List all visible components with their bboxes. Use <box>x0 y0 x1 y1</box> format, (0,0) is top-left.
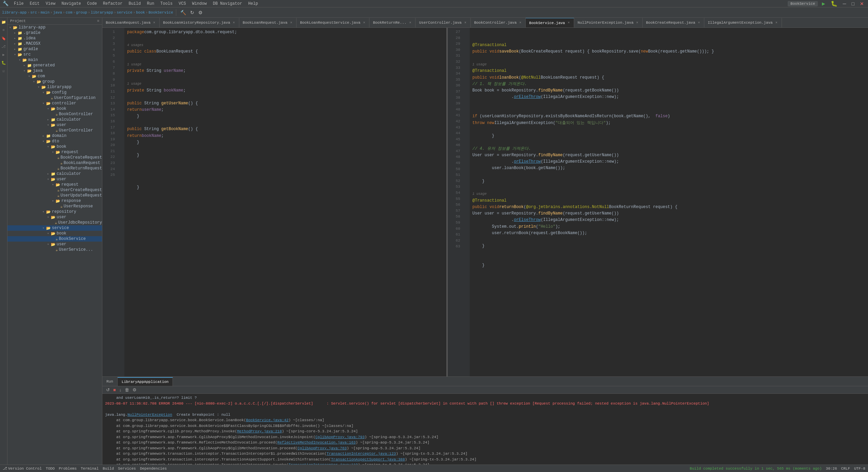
bookmark-icon[interactable]: 🔖 <box>1 35 7 41</box>
breadcrumb-part-4[interactable]: com <box>66 11 73 15</box>
breadcrumb-part-3[interactable]: java <box>53 11 62 15</box>
tab-close-icon[interactable]: × <box>362 21 366 25</box>
tree-item-user[interactable]: ▾📂user <box>7 242 102 247</box>
tab-BookReturnRe---[interactable]: BookReturnRe...× <box>369 18 416 27</box>
menu-view[interactable]: View <box>43 1 58 7</box>
tree-item-book[interactable]: ▾📂book <box>7 144 102 149</box>
source-link[interactable]: TransactionInterceptor.java:123 <box>327 452 396 456</box>
menu-tools[interactable]: Tools <box>158 1 175 7</box>
tab-BookCreateRequest-java[interactable]: BookCreateRequest.java× <box>643 18 704 27</box>
tree-item-libraryapp[interactable]: ▾📂libraryapp <box>7 84 102 90</box>
tree-item-bookloanrequest[interactable]: ☕BookLoanRequest <box>7 160 102 166</box>
tree-item-bookservice[interactable]: ☕BookService <box>7 236 102 242</box>
source-link[interactable]: BookService.java:42 <box>246 418 288 422</box>
source-link[interactable]: TransactionAspectSupport.java:388 <box>331 457 405 461</box>
close-button[interactable]: ✕ <box>859 0 865 7</box>
menu-navigate[interactable]: Navigate <box>59 1 84 7</box>
services-status[interactable]: Services <box>118 467 136 471</box>
tab-close-icon[interactable]: × <box>697 21 701 25</box>
source-link[interactable]: MethodProxy.java:218 <box>237 429 282 433</box>
tree-item-group[interactable]: ▾📂group <box>7 79 102 84</box>
tree-item-controller[interactable]: ▾📂controller <box>7 101 102 106</box>
tab-BookService-java[interactable]: BookService.java× <box>526 18 574 27</box>
tab-close-icon[interactable]: × <box>567 21 570 25</box>
tree-item-request[interactable]: ▾📂request <box>7 149 102 155</box>
tree-item-com[interactable]: ▾📂com <box>7 74 102 79</box>
source-link[interactable]: ReflectiveMethodInvocation.java:163 <box>277 440 356 445</box>
todo-icon[interactable]: ☑ <box>1 68 7 74</box>
tab-close-icon[interactable]: × <box>464 21 467 25</box>
menu-refactor[interactable]: Refactor <box>100 1 125 7</box>
todo-status[interactable]: TODO <box>46 467 55 471</box>
maximize-button[interactable]: □ <box>850 0 856 7</box>
source-link[interactable]: CglibAopProxy.java:793 <box>316 435 365 439</box>
tree-item-service[interactable]: ▾📂service <box>7 225 102 231</box>
null-pointer-link[interactable]: NullPointerException <box>127 413 172 417</box>
left-code-content[interactable]: package com.group.libraryapp.dto.book.re… <box>124 28 446 376</box>
breadcrumb-part-7[interactable]: service <box>117 11 132 15</box>
tab-close-icon[interactable]: × <box>635 21 639 25</box>
tree-item-library-app[interactable]: ▾📂library-app <box>7 25 102 30</box>
git-icon[interactable]: ⎇ <box>1 43 7 49</box>
stop-button[interactable]: ■ <box>112 387 117 393</box>
menu-dbnavigator[interactable]: DB Navigator <box>210 1 245 7</box>
tree-item-book[interactable]: ▾📂book <box>7 106 102 111</box>
tree-item-bookcreaterequest[interactable]: ☕BookCreateRequest <box>7 155 102 160</box>
tree-item-calculator[interactable]: ▸📁calculator <box>7 117 102 122</box>
breadcrumb-part-0[interactable]: library-app <box>2 11 27 15</box>
tab-close-icon[interactable]: × <box>153 21 156 25</box>
menu-window[interactable]: Window <box>189 1 209 7</box>
menu-code[interactable]: Code <box>84 1 100 7</box>
tree-item-response[interactable]: ▾📂response <box>7 198 102 204</box>
tree-item-bookcontroller[interactable]: ☕BookController <box>7 111 102 117</box>
tree-item-domain[interactable]: ▸📁domain <box>7 133 102 139</box>
tree-item-config[interactable]: ▾📂config <box>7 90 102 95</box>
structure-icon[interactable]: ≡ <box>1 27 7 33</box>
terminal-status[interactable]: Terminal <box>81 467 99 471</box>
source-link[interactable]: CglibAopProxy.java:763 <box>298 446 347 450</box>
tab-close-icon[interactable]: × <box>232 21 236 25</box>
vcs-status[interactable]: ⎇ Version Control <box>3 466 42 471</box>
sidebar-collapse-icon[interactable]: ≡ <box>97 19 99 23</box>
menu-edit[interactable]: Edit <box>27 1 42 7</box>
tree-item-generated[interactable]: ▸📁generated <box>7 63 102 68</box>
tab-BookLoanHistoryRepository-java[interactable]: BookLoanHistoryRepository.java× <box>160 18 239 27</box>
clear-button[interactable]: 🗑 <box>124 387 130 393</box>
breadcrumb-part-5[interactable]: group <box>76 11 87 15</box>
tree-item-bookreturnrequest[interactable]: ☕BookReturnRequest <box>7 166 102 171</box>
line-sep-indicator[interactable]: CRLF <box>841 467 850 471</box>
tree-item-.macosx[interactable]: ▸📁.MACOSX <box>7 41 102 46</box>
build-button[interactable]: 🔨 <box>179 9 187 16</box>
tab-BookLoanRequest-java[interactable]: BookLoanRequest.java× <box>102 18 160 27</box>
run-config-label[interactable]: BookService <box>788 1 818 6</box>
tree-item-book[interactable]: ▾📂book <box>7 231 102 236</box>
tree-item-userjdbcrepository[interactable]: ☕UserJdbcRepository <box>7 220 102 225</box>
encoding-indicator[interactable]: UTF-8 <box>854 467 865 471</box>
minimize-button[interactable]: ─ <box>842 0 848 7</box>
tab-close-icon[interactable]: × <box>408 21 412 25</box>
run-button[interactable]: ▶ <box>821 0 827 7</box>
tree-item-user[interactable]: ▾📂user <box>7 122 102 128</box>
tree-item-java[interactable]: ▾📂java <box>7 68 102 74</box>
tree-item-calculator[interactable]: ▸📁calculator <box>7 171 102 177</box>
tab-close-icon[interactable]: × <box>775 21 778 25</box>
tab-close-icon[interactable]: × <box>519 21 522 25</box>
tree-item-main[interactable]: ▾📂main <box>7 57 102 63</box>
bottom-tab-app[interactable]: LibraryAppApplication <box>118 377 173 386</box>
breadcrumb-part-6[interactable]: libraryapp <box>91 11 113 15</box>
tree-item-.idea[interactable]: ▸📁.idea <box>7 36 102 41</box>
tree-item-usercontroller[interactable]: ☕UserController <box>7 128 102 133</box>
tree-item-userservice...[interactable]: ☕UserService... <box>7 247 102 252</box>
tree-item-userconfiguration[interactable]: ☕UserConfiguration <box>7 95 102 101</box>
settings-button[interactable]: ⚙ <box>197 9 204 16</box>
tree-item-userresponse[interactable]: ☕UserResponse <box>7 204 102 209</box>
right-code-content[interactable]: @Transactional public void saveBook(Book… <box>470 28 868 376</box>
breadcrumb-part-8[interactable]: book <box>136 11 145 15</box>
tab-UserController-java[interactable]: UserController.java× <box>416 18 470 27</box>
tab-IllegalArgumentException-java[interactable]: IllegalArgumentException.java× <box>704 18 782 27</box>
project-icon[interactable]: 📁 <box>1 19 7 25</box>
tree-item-user[interactable]: ▾📂user <box>7 214 102 220</box>
debug-button[interactable]: 🐛 <box>829 0 839 7</box>
build-status-item[interactable]: Build <box>103 467 114 471</box>
tree-item-src[interactable]: ▾📂src <box>7 52 102 57</box>
